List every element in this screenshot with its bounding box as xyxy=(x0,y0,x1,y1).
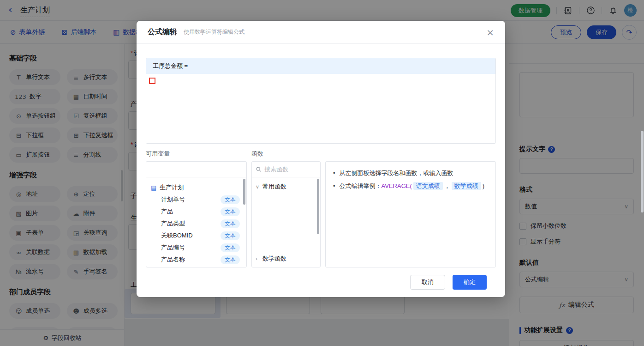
function-group: ∨ 常用函数 xyxy=(256,181,316,253)
search-icon xyxy=(256,166,261,172)
function-group: › 文本函数 xyxy=(256,265,316,267)
variables-tabs xyxy=(146,162,246,177)
variable-field-row[interactable]: 产品编号 文本 xyxy=(151,242,242,254)
variable-type-badge: 文本 xyxy=(221,219,240,228)
dialog-subtitle: 使用数学运算符编辑公式 xyxy=(184,28,244,36)
function-item[interactable] xyxy=(256,229,316,241)
dialog-title: 公式编辑 xyxy=(148,27,177,37)
help-tip: • 从左侧面板选择字段名和函数，或输入函数 xyxy=(333,168,488,178)
variable-field-row[interactable]: 计划单号 文本 xyxy=(151,194,242,206)
formula-target: 工序总金额 = xyxy=(146,58,495,74)
functions-scrollbar-thumb[interactable] xyxy=(317,179,319,234)
expander-icon: ∨ xyxy=(256,184,260,190)
variable-name: 计划单号 xyxy=(161,195,185,204)
example-field-chip: 语文成绩 xyxy=(413,182,443,190)
function-group-label: 常用函数 xyxy=(262,182,286,191)
function-tree: ∨ 常用函数 › 数学函数 xyxy=(252,177,320,267)
formula-edit-dialog: 公式编辑 使用数学运算符编辑公式 × 工序总金额 = 可用变量 函数 xyxy=(137,21,505,297)
formula-input-area[interactable] xyxy=(146,74,495,143)
dialog-header: 公式编辑 使用数学运算符编辑公式 × xyxy=(137,21,505,44)
document-icon: ▤ xyxy=(151,184,156,191)
variables-tab[interactable] xyxy=(197,162,247,177)
variable-type-badge: 文本 xyxy=(221,207,240,216)
variable-name: 产品 xyxy=(161,207,173,216)
variable-type-badge: 文本 xyxy=(221,231,240,240)
variable-type-badge: 文本 xyxy=(221,255,240,264)
function-item[interactable] xyxy=(256,205,316,217)
variables-tree: ▤ 生产计划 计划单号 文本 产品 文本 xyxy=(146,177,246,266)
variable-name: 产品类型 xyxy=(161,219,185,228)
confirm-button[interactable]: 确定 xyxy=(453,275,487,290)
variables-label: 可用变量 xyxy=(146,150,247,158)
variables-scrollbar-thumb[interactable] xyxy=(243,179,245,205)
function-search-input[interactable] xyxy=(264,166,316,173)
function-group-header[interactable]: › 文本函数 xyxy=(256,265,316,267)
variable-type-badge: 文本 xyxy=(221,195,240,204)
dialog-footer: 取消 确定 xyxy=(146,267,496,290)
dialog-body: 工序总金额 = 可用变量 函数 ▤ xyxy=(137,44,505,290)
app-screen: ‹ 生产计划 数据管理 检 ⊘ 表单外链 xyxy=(0,0,644,346)
function-group-label: 文本函数 xyxy=(262,267,286,267)
help-example-text: 公式编辑举例：AVERAGE(语文成绩，数学成绩) xyxy=(340,181,485,191)
function-group-header[interactable]: › 数学函数 xyxy=(256,253,316,265)
variable-name: 产品编号 xyxy=(161,243,185,252)
help-example: • 公式编辑举例：AVERAGE(语文成绩，数学成绩) xyxy=(333,181,488,191)
example-field-chip: 数学成绩 xyxy=(452,182,481,190)
formula-highlight-annotation xyxy=(149,78,155,84)
functions-label: 函数 xyxy=(251,150,321,158)
help-panel: • 从左侧面板选择字段名和函数，或输入函数 • 公式编辑举例：AVERAGE(语… xyxy=(325,161,496,267)
variable-field-row[interactable]: 产品类型 文本 xyxy=(151,218,242,230)
function-search xyxy=(252,162,320,177)
dialog-panels: ▤ 生产计划 计划单号 文本 产品 文本 xyxy=(146,161,496,267)
page-scrollbar-thumb[interactable] xyxy=(641,131,644,212)
formula-editor: 工序总金额 = xyxy=(146,58,496,144)
example-function: AVERAGE( xyxy=(382,182,412,189)
function-item[interactable] xyxy=(256,193,316,205)
functions-panel: ∨ 常用函数 › 数学函数 xyxy=(251,161,321,267)
cancel-button[interactable]: 取消 xyxy=(410,275,445,290)
expander-icon: › xyxy=(256,256,260,262)
function-group-label: 数学函数 xyxy=(262,255,286,263)
variable-name: 产品名称 xyxy=(161,255,185,264)
close-icon[interactable]: × xyxy=(486,28,494,37)
variable-field-row[interactable]: 产品 文本 xyxy=(151,206,242,218)
function-group-header[interactable]: ∨ 常用函数 xyxy=(256,181,316,193)
form-root-node[interactable]: ▤ 生产计划 xyxy=(151,182,242,194)
variables-panel: ▤ 生产计划 计划单号 文本 产品 文本 xyxy=(146,161,247,267)
function-item[interactable] xyxy=(256,217,316,229)
variable-field-row[interactable]: 关联BOMID 文本 xyxy=(151,230,242,242)
variable-field-row[interactable]: 产品名称 文本 xyxy=(151,254,242,266)
function-item[interactable] xyxy=(256,241,316,253)
function-group: › 数学函数 xyxy=(256,253,316,265)
variable-name: 关联BOMID xyxy=(161,231,193,240)
help-tip-text: 从左侧面板选择字段名和函数，或输入函数 xyxy=(340,168,453,178)
variables-tab[interactable] xyxy=(146,162,197,177)
form-root-label: 生产计划 xyxy=(160,183,184,192)
variable-type-badge: 文本 xyxy=(221,243,240,252)
panel-labels: 可用变量 函数 xyxy=(146,150,496,158)
